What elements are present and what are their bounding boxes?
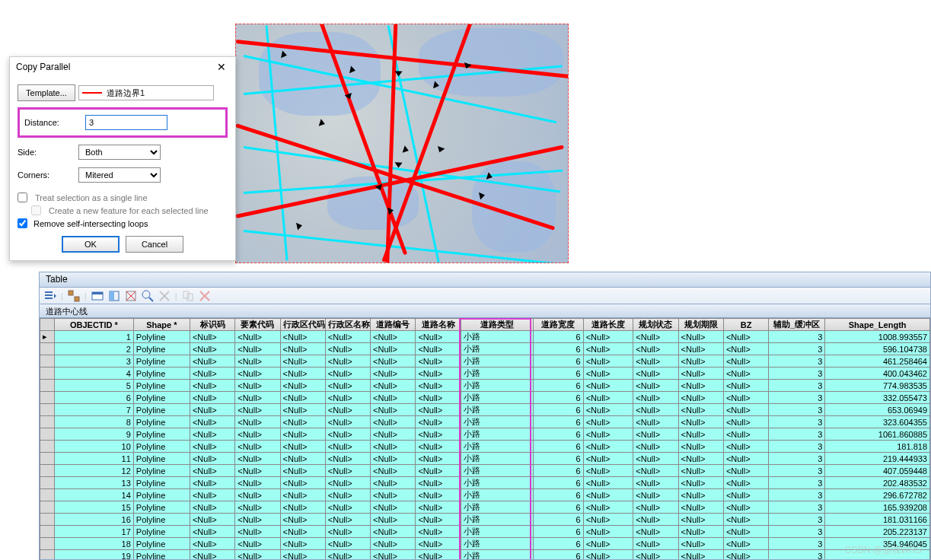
clear-selection-icon[interactable] (125, 290, 137, 302)
table-row[interactable]: 11Polyline<Null><Null><Null><Null><Null>… (40, 453, 930, 465)
col-header[interactable]: 道路宽度 (534, 319, 584, 331)
legend-text: 道路边界1 (107, 88, 145, 99)
zoom-selection-icon[interactable] (142, 290, 154, 302)
col-header[interactable]: 规划期限 (678, 319, 723, 331)
table-row[interactable]: 10Polyline<Null><Null><Null><Null><Null>… (40, 441, 930, 453)
chk-new-feature-label: Create a new feature for each selected l… (49, 206, 209, 215)
cancel-row-icon[interactable] (199, 290, 211, 302)
svg-rect-2 (45, 298, 53, 299)
grid[interactable]: OBJECTID *Shape *标识码要素代码行政区代码行政区名称道路编号道路… (40, 318, 930, 559)
add-field-icon[interactable] (182, 290, 194, 302)
corners-label: Corners: (18, 170, 78, 180)
table-row[interactable]: 19Polyline<Null><Null><Null><Null><Null>… (40, 550, 930, 560)
col-header[interactable]: BZ (723, 319, 768, 331)
corners-select[interactable]: MiteredBeveledRounded (78, 167, 161, 183)
table-row[interactable]: 6Polyline<Null><Null><Null><Null><Null><… (40, 392, 930, 404)
chk-single-line-label: Treat selection as a single line (35, 193, 148, 202)
copy-parallel-dialog: Copy Parallel ✕ Template... 道路边界1 Distan… (9, 56, 236, 261)
table-row[interactable]: 7Polyline<Null><Null><Null><Null><Null><… (40, 404, 930, 416)
col-header[interactable]: 道路编号 (371, 319, 416, 331)
svg-rect-3 (69, 291, 73, 295)
svg-rect-16 (183, 291, 189, 298)
legend-swatch (82, 92, 102, 94)
attribute-table-panel: Table | | | 道路中心线 OBJECTID *Shape *标识码要素… (39, 272, 931, 560)
delete-icon[interactable] (158, 290, 171, 302)
table-row[interactable]: 14Polyline<Null><Null><Null><Null><Null>… (40, 489, 930, 501)
table-row[interactable]: 3Polyline<Null><Null><Null><Null><Null><… (40, 355, 930, 368)
svg-rect-1 (45, 294, 53, 296)
svg-rect-17 (187, 294, 193, 301)
table-row[interactable]: 12Polyline<Null><Null><Null><Null><Null>… (40, 465, 930, 477)
chk-new-feature (31, 205, 41, 215)
attribute-table: OBJECTID *Shape *标识码要素代码行政区代码行政区名称道路编号道路… (40, 318, 930, 559)
svg-rect-6 (92, 292, 103, 294)
table-row[interactable]: 17Polyline<Null><Null><Null><Null><Null>… (40, 526, 930, 538)
col-header[interactable]: OBJECTID * (55, 319, 134, 331)
side-label: Side: (18, 148, 78, 157)
side-select[interactable]: BothLeftRight (78, 145, 161, 160)
col-header[interactable]: 要素代码 (235, 319, 280, 331)
col-header[interactable]: 规划状态 (633, 319, 678, 331)
col-header[interactable] (40, 319, 55, 331)
distance-label: Distance: (24, 118, 85, 127)
col-header[interactable]: Shape_Length (825, 319, 930, 331)
select-by-attr-icon[interactable] (91, 290, 104, 302)
svg-rect-8 (110, 291, 114, 301)
table-toolbar: | | | (40, 288, 930, 304)
table-row[interactable]: 4Polyline<Null><Null><Null><Null><Null><… (40, 368, 930, 380)
switch-selection-icon[interactable] (108, 290, 120, 302)
col-header[interactable]: 行政区代码 (280, 319, 325, 331)
chk-single-line[interactable] (18, 192, 27, 202)
watermark: CSDN @游戏WRS (844, 544, 922, 557)
header-row[interactable]: OBJECTID *Shape *标识码要素代码行政区代码行政区名称道路编号道路… (40, 319, 930, 331)
table-row[interactable]: 18Polyline<Null><Null><Null><Null><Null>… (40, 538, 930, 550)
svg-line-13 (149, 298, 153, 301)
col-header[interactable]: 道路名称 (416, 319, 461, 331)
svg-rect-4 (75, 297, 79, 301)
table-row[interactable]: 9Polyline<Null><Null><Null><Null><Null><… (40, 428, 930, 441)
table-row[interactable]: 8Polyline<Null><Null><Null><Null><Null><… (40, 416, 930, 428)
related-tables-icon[interactable] (68, 290, 80, 302)
svg-rect-0 (45, 291, 53, 293)
chk-remove-loops[interactable] (18, 218, 27, 228)
table-row[interactable]: 2Polyline<Null><Null><Null><Null><Null><… (40, 343, 930, 355)
dialog-title: Copy Parallel (16, 62, 70, 72)
distance-highlight: Distance: (18, 107, 228, 138)
table-row[interactable]: 5Polyline<Null><Null><Null><Null><Null><… (40, 380, 930, 392)
col-header[interactable]: 道路长度 (583, 319, 633, 331)
table-row[interactable]: 13Polyline<Null><Null><Null><Null><Null>… (40, 477, 930, 489)
table-title: Table (40, 272, 930, 288)
template-button[interactable]: Template... (18, 84, 75, 101)
map-canvas[interactable] (235, 24, 569, 263)
layer-name: 道路中心线 (40, 304, 930, 318)
template-legend[interactable]: 道路边界1 (78, 85, 214, 100)
table-row[interactable]: 15Polyline<Null><Null><Null><Null><Null>… (40, 501, 930, 514)
col-header[interactable]: 辅助_缓冲区 (769, 319, 825, 331)
col-header[interactable]: 道路类型 (461, 319, 533, 331)
ok-button[interactable]: OK (62, 236, 120, 253)
cancel-button[interactable]: Cancel (126, 236, 183, 253)
table-row[interactable]: 16Polyline<Null><Null><Null><Null><Null>… (40, 514, 930, 526)
table-body: ▸1Polyline<Null><Null><Null><Null><Null>… (40, 331, 930, 560)
distance-input[interactable] (85, 115, 167, 130)
chk-remove-loops-label: Remove self-intersecting loops (33, 219, 148, 228)
close-icon[interactable]: ✕ (214, 61, 229, 73)
table-options-icon[interactable] (44, 290, 56, 302)
col-header[interactable]: Shape * (133, 319, 190, 331)
col-header[interactable]: 行政区名称 (325, 319, 370, 331)
col-header[interactable]: 标识码 (190, 319, 234, 331)
svg-point-12 (142, 291, 150, 298)
table-row[interactable]: ▸1Polyline<Null><Null><Null><Null><Null>… (40, 331, 930, 343)
